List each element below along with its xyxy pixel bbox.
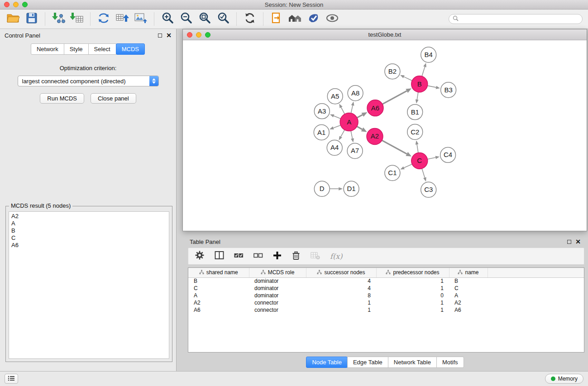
result-item[interactable]: B [11,227,167,234]
column-header-predecessor-nodes[interactable]: predecessor nodes [376,268,449,277]
table-row[interactable]: Bdominator41B [188,277,584,285]
result-item[interactable]: A [11,220,167,227]
edge-A6-B[interactable] [382,88,411,104]
delete-row-button[interactable] [292,251,301,262]
edge-C-C3[interactable] [422,169,426,182]
export-table-button[interactable] [115,11,130,27]
network-canvas[interactable]: AA6A2BCA5A8A3A1A4A7B4B2B3B1C2C4C1C3DD1 [183,41,587,231]
table-settings-button[interactable] [195,250,205,262]
export-image-button[interactable] [133,11,148,27]
delete-table-button[interactable] [311,251,320,262]
close-network-window-button[interactable] [187,32,192,38]
refresh-layout-button[interactable] [242,11,258,27]
node-A1[interactable]: A1 [314,125,329,140]
show-columns-button[interactable] [215,251,224,262]
edge-D-D1[interactable] [330,187,343,191]
select-all-button[interactable] [234,252,244,261]
optimization-criterion-select[interactable]: largest connected component (directed) [18,76,159,86]
node-D[interactable]: D [314,181,330,196]
minimize-window-button[interactable] [13,2,19,7]
node-C[interactable]: C [411,152,428,169]
node-C2[interactable]: C2 [407,124,423,140]
zoom-selected-button[interactable] [215,11,231,27]
function-builder-button[interactable]: f(x) [330,252,342,261]
edge-B-B3[interactable] [427,86,440,89]
search-input[interactable] [461,16,578,22]
edge-A-A8[interactable] [351,101,354,113]
node-B2[interactable]: B2 [385,64,400,79]
close-table-panel-icon[interactable]: ✕ [575,238,581,245]
edge-A-A4[interactable] [339,130,344,140]
node-B[interactable]: B [411,76,428,92]
node-A5[interactable]: A5 [327,89,343,104]
result-item[interactable]: A2 [11,213,167,220]
float-table-panel-icon[interactable] [567,240,571,244]
zoom-out-button[interactable] [178,11,194,27]
edge-A-A6[interactable] [357,112,368,118]
edge-A2-C[interactable] [382,140,411,157]
node-A8[interactable]: A8 [348,86,363,101]
apply-style-button[interactable] [306,11,321,27]
import-network-button[interactable] [51,11,66,27]
column-header-MCDS-role[interactable]: MCDS role [249,268,306,277]
edge-B-B4[interactable] [422,63,426,76]
zoom-network-window-button[interactable] [205,32,210,38]
close-panel-icon[interactable]: ✕ [166,32,172,38]
edge-B-B1[interactable] [416,92,419,104]
save-session-button[interactable] [24,11,39,27]
tab-edge-table[interactable]: Edge Table [347,357,388,368]
edge-A-A2[interactable] [357,126,367,132]
node-C3[interactable]: C3 [421,182,436,197]
node-B3[interactable]: B3 [441,82,456,98]
edge-A-A7[interactable] [351,131,354,143]
edge-C-C1[interactable] [400,164,412,170]
run-mcds-button[interactable]: Run MCDS [40,93,84,104]
tab-node-table[interactable]: Node Table [306,357,348,368]
show-hide-button[interactable] [325,11,340,27]
node-A4[interactable]: A4 [327,140,342,155]
zoom-fit-button[interactable] [197,11,212,27]
node-C1[interactable]: C1 [385,165,400,181]
column-header-successor-nodes[interactable]: successor nodes [306,268,376,277]
open-file-button[interactable] [269,11,284,27]
home-button[interactable] [287,11,303,27]
edge-C-C4[interactable] [427,156,440,159]
table-row[interactable]: A6connector11A6 [188,306,584,314]
tab-mcds[interactable]: MCDS [116,43,145,55]
node-A7[interactable]: A7 [347,143,363,158]
edge-A-A1[interactable] [330,125,340,129]
node-A2[interactable]: A2 [367,129,383,145]
result-item[interactable]: C [11,234,167,242]
memory-button[interactable]: Memory [545,374,583,384]
edge-C-C2[interactable] [416,140,419,152]
tab-select[interactable]: Select [88,43,116,55]
tab-network-table[interactable]: Network Table [388,357,437,368]
node-A3[interactable]: A3 [314,104,330,119]
import-table-button[interactable] [69,11,85,27]
table-row[interactable]: A2connector11A2 [188,299,584,306]
minimize-network-window-button[interactable] [196,32,201,38]
tab-network[interactable]: Network [31,43,64,55]
tab-style[interactable]: Style [64,43,89,55]
close-window-button[interactable] [4,2,10,7]
node-A[interactable]: A [340,113,358,131]
task-history-button[interactable] [5,374,18,384]
open-session-button[interactable] [5,11,21,27]
column-header-name[interactable]: name [449,268,488,277]
float-panel-icon[interactable] [158,33,162,38]
table-row[interactable]: Cdominator41C [188,285,584,292]
zoom-in-button[interactable] [160,11,175,27]
add-row-button[interactable] [273,251,282,262]
zoom-window-button[interactable] [22,2,28,7]
tab-motifs[interactable]: Motifs [436,357,464,368]
node-B1[interactable]: B1 [407,105,423,120]
edge-A-A5[interactable] [339,104,344,114]
table-row[interactable]: Adominator80A [188,292,584,299]
node-C4[interactable]: C4 [440,147,456,162]
edge-B-B2[interactable] [400,75,412,81]
node-B4[interactable]: B4 [421,47,436,62]
node-D1[interactable]: D1 [344,181,359,196]
node-A6[interactable]: A6 [367,100,383,116]
column-header-shared-name[interactable]: shared name [188,268,249,277]
deselect-all-button[interactable] [253,252,263,261]
